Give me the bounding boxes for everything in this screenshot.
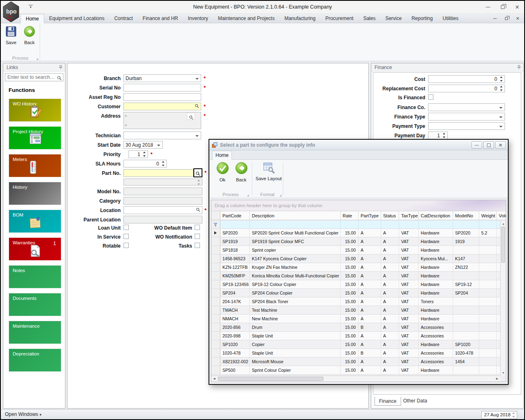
filter-cell-rate[interactable]	[341, 221, 359, 228]
bpo-logo[interactable]: bpo	[2, 1, 20, 22]
payment-day-spinner[interactable]	[442, 132, 446, 139]
open-windows-button[interactable]: Open Windows ▾	[5, 411, 41, 417]
rotable-checkbox[interactable]	[123, 243, 129, 248]
column-header-parttype[interactable]: PartType	[359, 211, 381, 220]
table-row[interactable]: X821932-002Microsoft Mouse15.00AAVATAcce…	[211, 357, 500, 366]
column-header-description[interactable]: Description	[250, 211, 341, 220]
finance-type-select[interactable]	[428, 113, 505, 121]
scroll-right-button[interactable]: ▶	[494, 376, 500, 382]
dialog-maximize-button[interactable]	[483, 141, 494, 149]
cost-spinner[interactable]	[499, 76, 504, 82]
group-launcher-icon[interactable]: ◢	[280, 194, 282, 197]
column-header-partcode[interactable]: PartCode	[220, 211, 250, 220]
search-input[interactable]	[7, 74, 55, 80]
scroll-up-icon[interactable]	[125, 115, 127, 116]
grid-groupby-panel[interactable]: Drag a column header here to group by th…	[211, 200, 506, 211]
filter-cell-partcode[interactable]	[220, 221, 250, 228]
priority-spinner[interactable]	[142, 151, 147, 157]
location-lookup[interactable]	[123, 206, 202, 214]
replacement-cost-spinner[interactable]	[499, 85, 504, 92]
technician-select[interactable]	[123, 132, 201, 139]
cost-input[interactable]: 0	[428, 75, 505, 83]
sla-hours-spinner[interactable]	[161, 161, 166, 167]
tile-documents[interactable]: Documents	[9, 293, 61, 316]
table-row[interactable]: 2020-856Drum15.00BAVATAccessories	[211, 323, 500, 332]
table-row[interactable]: SP1020Copier15.00AAVATHardwareSP1020	[211, 340, 500, 349]
tile-project-history[interactable]: Project History	[9, 126, 61, 150]
tab-service[interactable]: Service	[380, 14, 406, 23]
back-button[interactable]: Back	[20, 25, 38, 45]
tab-maintenance-and-projects[interactable]: Maintenance and Projects	[213, 14, 280, 23]
tile-depreciation[interactable]: Depreciation	[9, 349, 61, 372]
filter-cell-modelno[interactable]	[453, 221, 479, 228]
tasks-checkbox[interactable]	[195, 243, 200, 248]
tab-finance-and-hr[interactable]: Finance and HR	[138, 14, 183, 23]
column-header-volume[interactable]: Volume	[497, 211, 506, 220]
mdi-restore-button[interactable]	[503, 16, 509, 21]
group-launcher-icon[interactable]: ◢	[36, 57, 38, 60]
table-row[interactable]: 1020-478Staple Unit15.00BAVATAccessories…	[211, 349, 500, 357]
filter-cell-weight[interactable]	[479, 221, 497, 228]
filter-cell-volume[interactable]	[497, 221, 500, 228]
tab-procurement[interactable]: Procurement	[321, 14, 359, 23]
table-row[interactable]: SP2020SP2020 Sprint Colour Multi Functio…	[211, 229, 500, 237]
filter-cell-description[interactable]	[250, 221, 341, 228]
table-row[interactable]: TMACHTest Machine15.00AAVATHardware	[211, 306, 500, 315]
column-header-taxtype[interactable]: TaxType	[399, 211, 419, 220]
horizontal-scrollbar[interactable]: ◀ ▶	[211, 375, 500, 382]
start-date-picker[interactable]: 30 Aug 2018	[123, 141, 163, 149]
is-financed-checkbox[interactable]	[428, 94, 433, 100]
dialog-minimize-button[interactable]	[471, 141, 482, 149]
location-search-button[interactable]	[195, 207, 202, 213]
tab-contract[interactable]: Contract	[109, 14, 137, 23]
tab-sales[interactable]: Sales	[358, 14, 380, 23]
scroll-up-button[interactable]: ▲	[500, 221, 506, 226]
vertical-scrollbar[interactable]: ▲ ▼	[500, 221, 506, 375]
table-row[interactable]: 1458-96523K147 Kyocera Colour Copier15.0…	[211, 255, 500, 263]
tab-reporting[interactable]: Reporting	[406, 14, 438, 23]
status-date-picker[interactable]: 27 Aug 2018	[481, 411, 517, 419]
vertical-scroll-thumb[interactable]	[501, 227, 505, 263]
payment-type-select[interactable]	[428, 122, 505, 130]
tile-meters[interactable]: Meters	[9, 154, 61, 177]
filter-cell-catdescription[interactable]	[419, 221, 453, 228]
tile-wo-history[interactable]: WO History	[9, 98, 61, 122]
maximize-button[interactable]	[498, 3, 507, 11]
filter-cell-taxtype[interactable]	[399, 221, 419, 228]
tab-equipment-and-locations[interactable]: Equipment and Locations	[44, 14, 109, 23]
mdi-minimize-button[interactable]	[491, 16, 498, 21]
table-row[interactable]: SP1919SP1919 Sprint Colour MFC15.00AAVAT…	[211, 237, 500, 246]
group-launcher-icon[interactable]: ◢	[247, 194, 249, 197]
dialog-back-button[interactable]: Back	[232, 161, 250, 182]
filter-cell-status[interactable]	[381, 221, 399, 228]
tab-other-data[interactable]: Other Data	[399, 397, 431, 406]
table-row[interactable]: SP500Sprint Colour Copier15.00AAVATHardw…	[211, 366, 500, 375]
loan-unit-checkbox[interactable]	[123, 225, 129, 230]
wo-default-item-checkbox[interactable]	[195, 225, 200, 230]
pin-icon[interactable]	[59, 65, 63, 71]
tile-history[interactable]: History	[9, 182, 61, 205]
dialog-close-button[interactable]: ✕	[495, 141, 506, 149]
scroll-down-icon[interactable]	[125, 125, 127, 126]
wo-notification-checkbox[interactable]	[195, 234, 200, 239]
customer-lookup[interactable]	[123, 103, 201, 110]
table-row[interactable]: SP204SP204 Colour Copier15.00AAVATHardwa…	[211, 289, 500, 297]
close-button[interactable]: ✕	[513, 3, 522, 11]
save-button[interactable]: Save	[2, 25, 20, 45]
scroll-down-button[interactable]: ▼	[500, 370, 506, 375]
minimize-button[interactable]	[483, 3, 492, 11]
column-header-weight[interactable]: Weight	[479, 211, 497, 220]
column-header-status[interactable]: Status	[381, 211, 399, 220]
serial-no-input[interactable]	[123, 84, 201, 92]
branch-select[interactable]: Durban	[123, 74, 201, 82]
dialog-tab-home[interactable]: Home	[212, 151, 232, 160]
part-no-search-button[interactable]	[193, 168, 202, 177]
address-search-button[interactable]	[187, 113, 195, 120]
table-row[interactable]: 204-147KSP204 Black Toner15.00AAVATToner…	[211, 297, 500, 306]
replacement-cost-input[interactable]: 0	[428, 85, 505, 92]
search-icon[interactable]	[57, 75, 62, 82]
sla-hours-input[interactable]: 0	[123, 160, 167, 168]
save-layout-button[interactable]: Save Layout	[255, 161, 282, 181]
date-spinner[interactable]	[512, 412, 516, 418]
finance-co-select[interactable]	[428, 103, 505, 111]
